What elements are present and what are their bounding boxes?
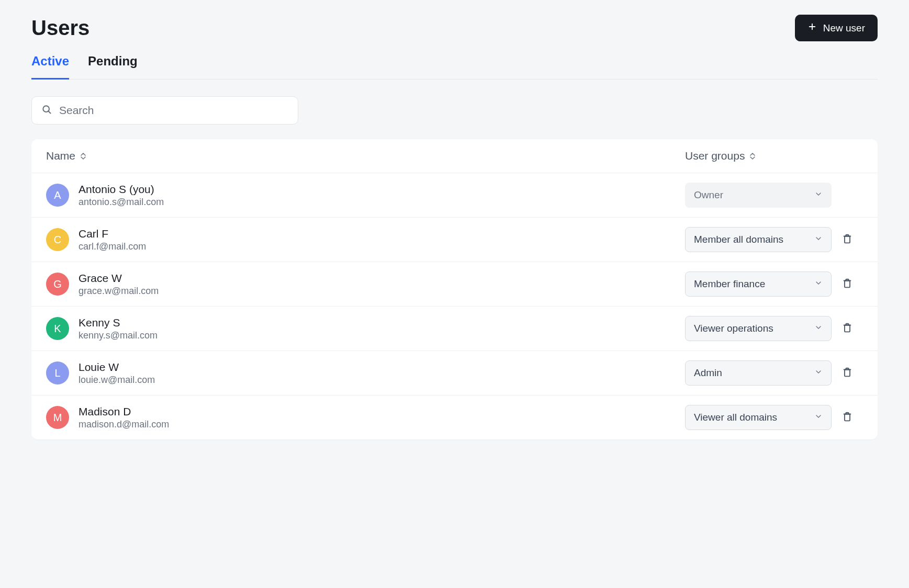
group-select[interactable]: Member finance [685,272,832,297]
delete-button[interactable] [838,319,856,338]
group-label: Admin [694,367,722,379]
group-label: Viewer operations [694,323,773,334]
table-row: LLouie Wlouie.w@mail.comAdmin [31,351,878,395]
avatar: G [46,273,69,296]
user-cell: KKenny Skenny.s@mail.com [46,316,685,341]
user-cell: AAntonio S (you)antonio.s@mail.com [46,183,685,208]
avatar: A [46,184,69,207]
svg-rect-13 [845,414,850,421]
group-cell: Viewer all domains [685,405,832,430]
svg-rect-5 [845,236,850,243]
user-email: madison.d@mail.com [78,419,169,430]
trash-icon [841,367,853,380]
chevron-down-icon [814,190,823,200]
group-select[interactable]: Viewer all domains [685,405,832,430]
group-cell: Member all domains [685,227,832,252]
table-row: KKenny Skenny.s@mail.comViewer operation… [31,307,878,351]
trash-icon [841,278,853,291]
user-name: Carl F [78,228,146,240]
page-header: Users New user [31,15,878,41]
user-cell: LLouie Wlouie.w@mail.com [46,361,685,386]
user-email: louie.w@mail.com [78,375,155,386]
user-name: Grace W [78,272,159,285]
delete-button[interactable] [838,230,856,250]
chevron-down-icon [814,368,823,378]
chevron-down-icon [814,279,823,289]
user-email: antonio.s@mail.com [78,197,164,208]
actions-cell [832,364,863,383]
group-select[interactable]: Viewer operations [685,316,832,341]
user-name: Louie W [78,361,155,374]
svg-rect-9 [845,325,850,332]
svg-line-3 [49,111,51,114]
search-box[interactable] [31,96,298,125]
tab-pending[interactable]: Pending [88,54,138,80]
user-email: kenny.s@mail.com [78,330,158,341]
group-label: Member finance [694,278,765,290]
actions-cell [832,408,863,427]
user-info: Louie Wlouie.w@mail.com [78,361,155,386]
user-cell: CCarl Fcarl.f@mail.com [46,228,685,252]
group-label: Member all domains [694,234,783,245]
user-info: Grace Wgrace.w@mail.com [78,272,159,297]
user-info: Antonio S (you)antonio.s@mail.com [78,183,164,208]
actions-cell [832,275,863,294]
user-info: Madison Dmadison.d@mail.com [78,405,169,430]
table-row: AAntonio S (you)antonio.s@mail.comOwner [31,173,878,218]
user-email: grace.w@mail.com [78,286,159,297]
table-header-row: Name User groups [31,139,878,173]
user-name: Kenny S [78,316,158,329]
chevron-down-icon [814,234,823,245]
search-input[interactable] [59,104,288,117]
delete-button[interactable] [838,408,856,427]
actions-cell [832,230,863,250]
column-header-name[interactable]: Name [46,150,685,162]
sort-icon [81,153,86,160]
avatar: M [46,406,69,429]
column-header-groups-label: User groups [685,150,745,162]
group-label: Viewer all domains [694,412,777,423]
user-email: carl.f@mail.com [78,241,146,252]
chevron-down-icon [814,412,823,423]
chevron-down-icon [814,323,823,334]
group-cell: Member finance [685,272,832,297]
page-title: Users [31,16,89,40]
group-cell: Viewer operations [685,316,832,341]
actions-cell [832,319,863,338]
users-table: Name User groups AAntonio S (you)antonio… [31,139,878,439]
table-row: MMadison Dmadison.d@mail.comViewer all d… [31,395,878,439]
user-cell: MMadison Dmadison.d@mail.com [46,405,685,430]
table-row: CCarl Fcarl.f@mail.comMember all domains [31,218,878,262]
svg-rect-11 [845,369,850,376]
user-name: Madison D [78,405,169,418]
avatar: C [46,228,69,251]
search-wrap [31,96,878,125]
plus-icon [807,22,817,34]
avatar: L [46,361,69,385]
svg-rect-7 [845,280,850,287]
user-name: Antonio S (you) [78,183,164,196]
user-info: Kenny Skenny.s@mail.com [78,316,158,341]
group-select: Owner [685,183,832,208]
trash-icon [841,411,853,424]
user-info: Carl Fcarl.f@mail.com [78,228,146,252]
delete-button[interactable] [838,364,856,383]
user-cell: GGrace Wgrace.w@mail.com [46,272,685,297]
group-select[interactable]: Member all domains [685,227,832,252]
trash-icon [841,322,853,335]
group-cell: Admin [685,360,832,386]
tab-active[interactable]: Active [31,54,69,80]
column-header-groups[interactable]: User groups [685,150,832,162]
avatar: K [46,317,69,340]
group-label: Owner [694,189,723,201]
table-row: GGrace Wgrace.w@mail.comMember finance [31,262,878,307]
search-icon [41,104,52,117]
new-user-button[interactable]: New user [795,15,878,41]
group-cell: Owner [685,183,832,208]
group-select[interactable]: Admin [685,360,832,386]
column-header-name-label: Name [46,150,75,162]
trash-icon [841,233,853,246]
tabs: ActivePending [31,54,878,80]
delete-button[interactable] [838,275,856,294]
new-user-label: New user [823,22,865,34]
